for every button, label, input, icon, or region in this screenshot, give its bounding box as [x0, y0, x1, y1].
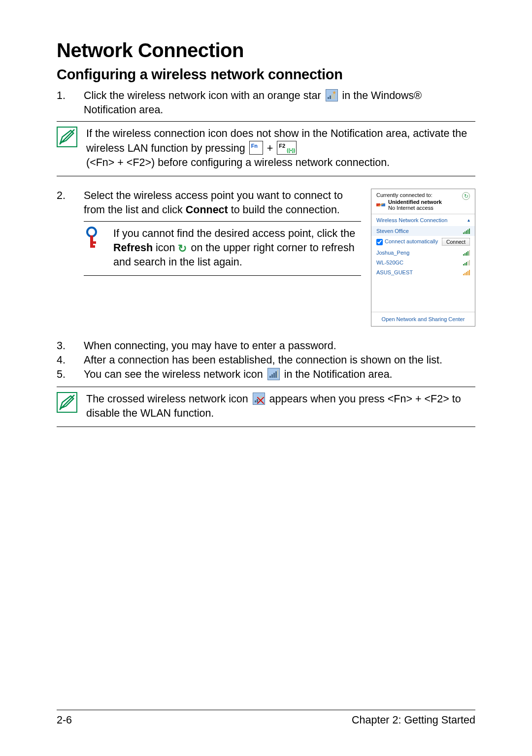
chevron-up-icon[interactable]: ▴ — [467, 217, 470, 223]
step-text: When connecting, you may have to enter a… — [84, 339, 475, 353]
svg-rect-14 — [277, 370, 278, 378]
connect-auto-label: Connect automatically — [385, 238, 438, 244]
svg-rect-16 — [257, 399, 258, 402]
list-number: 5. — [57, 367, 84, 382]
popup-currently-label: Currently connected to: — [376, 192, 442, 198]
svg-rect-12 — [273, 373, 275, 378]
svg-rect-11 — [271, 374, 273, 378]
popup-network-status: No Internet access — [388, 205, 442, 211]
step-4: 4. After a connection has been establish… — [57, 353, 475, 367]
note-pencil-icon — [57, 127, 77, 147]
refresh-icon: ↻ — [178, 242, 188, 250]
wireless-crossed-icon — [253, 393, 265, 405]
wifi-item-label: WL-520GC — [376, 260, 403, 265]
step-2: 2. Select the wireless access point you … — [57, 189, 361, 217]
list-number: 1. — [57, 89, 84, 117]
page-title: Network Connection — [57, 39, 475, 62]
note-text: If you cannot find the desired access po… — [113, 228, 355, 239]
fn-key-icon: Fn — [249, 141, 263, 155]
step-text: to build the connection. — [228, 204, 340, 216]
svg-rect-0 — [328, 97, 329, 99]
connect-bold: Connect — [186, 204, 228, 216]
svg-rect-6 — [90, 241, 96, 244]
connect-auto-input[interactable] — [376, 239, 383, 245]
svg-point-4 — [87, 228, 96, 236]
chapter-label: Chapter 2: Getting Started — [352, 714, 475, 726]
wifi-item[interactable]: ASUS_GUEST — [371, 267, 475, 277]
svg-rect-15 — [255, 400, 256, 402]
list-number: 2. — [57, 189, 84, 217]
svg-rect-7 — [90, 245, 95, 248]
wifi-item[interactable]: WL-520GC — [371, 258, 475, 267]
svg-rect-2 — [332, 94, 333, 99]
page-number: 2-6 — [57, 714, 72, 726]
step-text: After a connection has been established,… — [84, 353, 475, 367]
connect-button[interactable]: Connect — [442, 238, 470, 246]
wireless-bars-icon — [267, 368, 280, 380]
signal-icon — [463, 260, 470, 265]
svg-rect-10 — [269, 376, 271, 378]
popup-footer-link[interactable]: Open Network and Sharing Center — [371, 312, 475, 326]
wifi-item-label: Joshua_Peng — [376, 250, 409, 256]
step-5: 5. You can see the wireless network icon… — [57, 367, 475, 382]
svg-rect-18 — [261, 396, 262, 402]
note-fn-f2: If the wireless connection icon does not… — [57, 121, 475, 176]
note-text: The crossed wireless network icon — [86, 393, 248, 405]
step-text: Click the wireless network icon with an … — [84, 90, 321, 101]
svg-rect-13 — [275, 371, 277, 378]
svg-rect-3 — [333, 93, 335, 99]
signal-icon — [463, 250, 470, 256]
f2-key-icon: F2((•)) — [277, 141, 297, 155]
plus-sign: + — [267, 142, 273, 154]
wireless-star-icon — [326, 89, 338, 101]
wifi-item[interactable]: Joshua_Peng — [371, 248, 475, 258]
step-text: in the Notification area. — [284, 368, 393, 380]
note-refresh: If you cannot find the desired access po… — [84, 221, 361, 276]
svg-rect-1 — [330, 96, 331, 99]
signal-icon — [463, 228, 470, 234]
note-text: icon — [153, 242, 178, 254]
step-3: 3. When connecting, you may have to ente… — [57, 339, 475, 353]
list-number: 4. — [57, 353, 84, 367]
step-text: You can see the wireless network icon — [84, 368, 263, 380]
list-number: 3. — [57, 339, 84, 353]
popup-refresh-icon[interactable]: ↻ — [462, 192, 470, 200]
connect-auto-checkbox[interactable]: Connect automatically — [376, 238, 438, 245]
signal-icon — [463, 269, 470, 275]
note-pencil-icon — [57, 392, 77, 413]
page-footer: 2-6 Chapter 2: Getting Started — [57, 710, 475, 726]
step-1: 1. Click the wireless network icon with … — [57, 89, 475, 117]
svg-rect-17 — [259, 397, 260, 402]
wifi-item-selected[interactable]: Steven Office — [371, 226, 475, 236]
note-crossed-icon: The crossed wireless network icon appear… — [57, 387, 475, 427]
tip-key-icon — [84, 227, 100, 249]
popup-section-label: Wireless Network Connection — [376, 217, 447, 223]
network-adapter-icon — [376, 201, 385, 208]
note-text: (<Fn> + <F2>) before configuring a wirel… — [86, 157, 390, 168]
refresh-bold: Refresh — [113, 242, 153, 254]
wifi-item-label: ASUS_GUEST — [376, 269, 413, 275]
popup-network-name: Unidentified network — [388, 199, 442, 205]
wifi-popup: Currently connected to: Unidentified net… — [371, 189, 475, 327]
wifi-item-label: Steven Office — [376, 228, 409, 234]
section-heading: Configuring a wireless network connectio… — [57, 66, 475, 83]
